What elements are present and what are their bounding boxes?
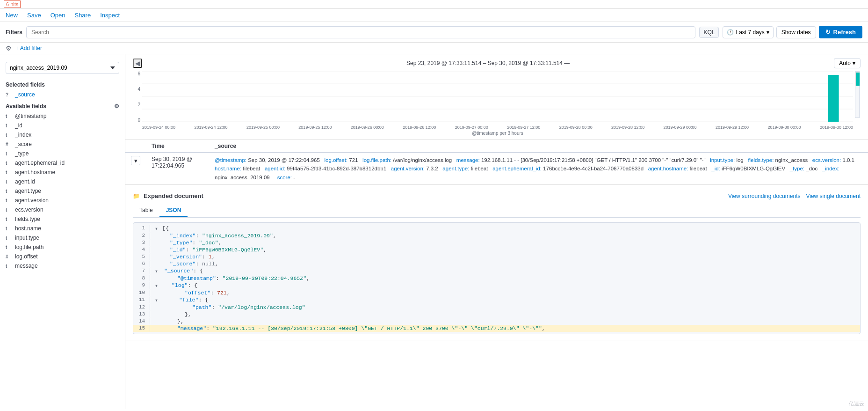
json-line-11: 11 ▾ "file": { — [133, 296, 860, 304]
doc-tabs: Table JSON — [133, 204, 861, 218]
view-surrounding-link[interactable]: View surrounding documents — [728, 193, 801, 199]
json-line-14: 14 }, — [133, 318, 860, 325]
selected-fields-header: Selected fields — [0, 78, 125, 90]
search-input[interactable] — [26, 26, 695, 38]
watermark: 亿速云 — [849, 400, 864, 407]
val-index: nginx_access_2019.09 — [215, 175, 270, 180]
chart-collapse-button[interactable]: ◀ — [133, 59, 142, 68]
nav-inspect[interactable]: Inspect — [100, 12, 120, 19]
key-type: _type: — [790, 166, 804, 171]
view-single-link[interactable]: View single document — [806, 193, 861, 199]
expand-row-button[interactable]: ▾ — [131, 156, 140, 165]
y-tick-6: 6 — [137, 71, 140, 76]
available-fields-header: Available fields ⚙ — [0, 99, 125, 111]
val-agenttype: filebeat — [470, 166, 488, 171]
y-tick-4: 4 — [137, 87, 140, 92]
nav-bar: New Save Open Share Inspect — [0, 9, 868, 22]
time-picker-button[interactable]: 🕐 Last 7 days ▾ — [723, 26, 773, 38]
expanded-document: 📁 Expanded document View surrounding doc… — [125, 187, 868, 340]
available-fields-settings-icon[interactable]: ⚙ — [114, 103, 119, 110]
y-tick-0: 0 — [137, 117, 140, 123]
chart-wrapper: 6 4 2 0 — [133, 71, 861, 136]
json-line-13: 13 }, — [133, 311, 860, 318]
val-score: - — [293, 175, 295, 180]
field-item-6[interactable]: t agent.hostname — [0, 168, 125, 177]
index-select[interactable]: nginx_access_2019.09 — [6, 62, 119, 74]
results-table: Time _source ▾ Sep 30, 2019 @ 17:22:04.9… — [125, 140, 868, 185]
col-time[interactable]: Time — [146, 140, 209, 153]
add-filter-button[interactable]: + Add filter — [15, 45, 42, 51]
nav-open[interactable]: Open — [51, 12, 65, 19]
field-item-16[interactable]: t message — [0, 261, 125, 271]
expanded-doc-links: View surrounding documents View single d… — [728, 193, 861, 199]
hits-badge[interactable]: 6 hits — [4, 0, 21, 8]
x-label-10: 2019-09-29 00:00 — [664, 125, 697, 130]
expanded-doc-header: 📁 Expanded document View surrounding doc… — [133, 192, 861, 199]
key-logoffset: log.offset: — [324, 157, 347, 163]
time-cell: Sep 30, 2019 @ 17:22:04.965 — [146, 153, 209, 185]
nav-save[interactable]: Save — [27, 12, 41, 19]
x-axis-labels: 2019-09-24 00:00 2019-09-24 12:00 2019-0… — [142, 125, 853, 130]
nav-new[interactable]: New — [6, 12, 18, 19]
json-line-3: 3 "_type": "_doc", — [133, 239, 860, 246]
field-item-7[interactable]: t agent.id — [0, 177, 125, 186]
field-item-3[interactable]: # _score — [0, 139, 125, 149]
source-cell: @timestamp: Sep 30, 2019 @ 17:22:04.965 … — [209, 153, 868, 185]
gear-icon[interactable]: ⚙ — [6, 44, 12, 52]
field-item-source[interactable]: ? _source — [0, 90, 125, 99]
nav-share[interactable]: Share — [74, 12, 91, 19]
val-hostname: filebeat — [243, 166, 260, 171]
field-item-11[interactable]: t fields.type — [0, 214, 125, 224]
json-line-2: 2 "_index": "nginx_access_2019.09", — [133, 232, 860, 239]
x-label-5: 2019-09-26 12:00 — [403, 125, 436, 130]
x-label-6: 2019-09-27 00:00 — [455, 125, 488, 130]
add-filter-bar: ⚙ + Add filter — [0, 43, 868, 54]
tab-table[interactable]: Table — [133, 204, 159, 217]
field-item-9[interactable]: t agent.version — [0, 196, 125, 205]
json-line-4: 4 "_id": "iFF6gW0BIXMLG-QgGlEV", — [133, 246, 860, 253]
field-item-12[interactable]: t host.name — [0, 224, 125, 233]
key-agenthost: agent.hostname: — [648, 166, 688, 171]
chevron-down-icon: ▾ — [767, 29, 769, 36]
y-axis: 6 4 2 0 — [133, 71, 142, 123]
field-item-13[interactable]: t input.type — [0, 233, 125, 242]
refresh-button[interactable]: ↻ Refresh — [819, 26, 862, 38]
field-item-14[interactable]: t log.file.path — [0, 242, 125, 252]
val-logoffset: 721 — [349, 157, 358, 163]
mini-scrollbar[interactable] — [855, 71, 861, 136]
kql-button[interactable]: KQL — [699, 27, 719, 38]
index-selector[interactable]: nginx_access_2019.09 — [6, 62, 119, 74]
x-label-9: 2019-09-28 12:00 — [611, 125, 644, 130]
refresh-label: Refresh — [833, 29, 856, 36]
field-item-10[interactable]: t ecs.version — [0, 205, 125, 214]
auto-button[interactable]: Auto ▾ — [834, 58, 861, 68]
folder-icon: 📁 — [133, 193, 140, 199]
key-agenttype: agent.type: — [442, 166, 469, 171]
field-item-5[interactable]: t agent.ephemeral_id — [0, 158, 125, 168]
col-source[interactable]: _source — [209, 140, 868, 153]
x-label-3: 2019-09-25 12:00 — [298, 125, 332, 130]
hits-bar: 6 hits — [0, 0, 868, 9]
field-item-0[interactable]: t @timestamp — [0, 111, 125, 121]
field-item-8[interactable]: t agent.type — [0, 186, 125, 196]
field-item-4[interactable]: t _type — [0, 149, 125, 158]
show-dates-button[interactable]: Show dates — [776, 26, 816, 38]
available-fields-label: Available fields — [6, 103, 46, 110]
clock-icon: 🕐 — [727, 29, 734, 36]
tab-json[interactable]: JSON — [159, 204, 188, 217]
field-name-source: _source — [15, 91, 35, 98]
field-item-15[interactable]: # log.offset — [0, 252, 125, 261]
row-time: Sep 30, 2019 @ 17:22:04.965 — [152, 156, 192, 169]
scroll-thumb — [855, 72, 860, 86]
key-inputtype: input.type: — [710, 157, 735, 163]
val-agenthost: filebeat — [690, 166, 707, 171]
svg-rect-5 — [828, 75, 839, 122]
main-layout: nginx_access_2019.09 Selected fields ? _… — [0, 54, 868, 409]
field-item-2[interactable]: t _index — [0, 130, 125, 139]
table-row: ▾ Sep 30, 2019 @ 17:22:04.965 @timestamp… — [125, 153, 868, 185]
log-source-content: @timestamp: Sep 30, 2019 @ 17:22:04.965 … — [215, 156, 862, 182]
time-range-label: Last 7 days — [736, 29, 764, 36]
field-item-1[interactable]: t _id — [0, 121, 125, 130]
json-line-10: 10 "offset": 721, — [133, 289, 860, 296]
chart-area: ◀ Sep 23, 2019 @ 17:33:11.514 – Sep 30, … — [125, 54, 868, 140]
